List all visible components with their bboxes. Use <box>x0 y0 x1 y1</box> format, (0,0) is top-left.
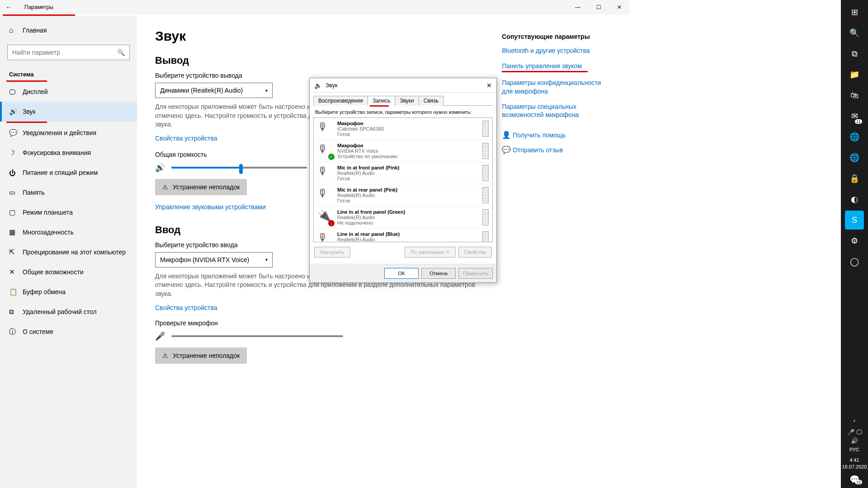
sidebar-item-focus[interactable]: ☽Фокусировка внимания <box>0 143 137 163</box>
cancel-button[interactable]: Отмена <box>421 268 456 279</box>
ok-button[interactable]: ОК <box>384 268 419 279</box>
device-name: Микрофон <box>337 121 480 126</box>
device-list-item[interactable]: 🎙 Mic in at rear panel (Pink) Realtek(R)… <box>314 184 492 206</box>
tab-sounds[interactable]: Звуки <box>395 96 419 106</box>
tab-communications[interactable]: Связь <box>419 96 443 106</box>
device-list-item[interactable]: 🎙 Микрофон iCatchtek SPCA6350 Готов <box>314 118 492 140</box>
taskbar-tray[interactable]: 🎤🖵 <box>847 428 862 436</box>
slider-thumb[interactable] <box>239 164 243 174</box>
sidebar-item-sound[interactable]: 🔊Звук <box>0 102 137 122</box>
input-device-dropdown[interactable]: Микрофон (NVIDIA RTX Voice) ▾ <box>155 252 273 267</box>
dialog-tabs: Воспроизведение Запись Звуки Связь <box>313 95 493 106</box>
device-list-item[interactable]: 🎙 Line in at rear panel (Blue) Realtek(R… <box>314 229 492 242</box>
device-list-item[interactable]: 🔌↓ Line in at front panel (Green) Realte… <box>314 206 492 229</box>
sidebar-item-shared[interactable]: ✕Общие возможности <box>0 262 137 282</box>
taskbar-settings[interactable]: ⚙ <box>845 231 864 250</box>
dialog-footer: ОК Отмена Применить <box>310 264 496 282</box>
taskbar-security[interactable]: 🔒 <box>845 169 864 188</box>
sidebar-item-power[interactable]: ⏻Питание и спящий режим <box>0 163 137 183</box>
troubleshoot-label: Устранение неполадок <box>173 352 240 359</box>
sidebar-item-projecting[interactable]: ⇱Проецирование на этот компьютер <box>0 242 137 262</box>
sidebar-home[interactable]: ⌂ Главная <box>0 20 137 40</box>
get-help-link[interactable]: 👤 Получить помощь <box>502 131 612 139</box>
sidebar-item-notifications[interactable]: 💬Уведомления и действия <box>0 123 137 143</box>
device-list-item[interactable]: 🎙 Mic in at front panel (Pink) Realtek(R… <box>314 162 492 184</box>
taskbar-skype[interactable]: S <box>845 211 864 230</box>
taskbar-store[interactable]: 🛍 <box>845 86 864 105</box>
minimize-button[interactable]: — <box>567 0 588 14</box>
troubleshoot-output-button[interactable]: ⚠ Устранение неполадок <box>155 179 247 195</box>
remote-icon: ⧉ <box>9 308 19 316</box>
device-icon: 🎙 <box>317 121 334 137</box>
configure-button[interactable]: Настроить <box>314 247 350 258</box>
notifications-icon: 💬 <box>9 129 19 137</box>
device-name: Микрофон <box>337 143 480 148</box>
tab-recording[interactable]: Запись <box>368 96 395 106</box>
taskbar-taskview[interactable]: ⧉ <box>845 44 864 63</box>
apply-button[interactable]: Применить <box>458 268 493 279</box>
sidebar-item-display[interactable]: 🖵Дисплей <box>0 82 137 102</box>
recording-device-list[interactable]: 🎙 Микрофон iCatchtek SPCA6350 Готов 🎙✓ М… <box>313 117 493 242</box>
sidebar-item-storage[interactable]: ▭Память <box>0 183 137 202</box>
input-device-value: Микрофон (NVIDIA RTX Voice) <box>160 256 249 263</box>
dialog-button-row: Настроить По умолчанию▼ Свойства <box>313 242 493 259</box>
storage-icon: ▭ <box>9 188 19 197</box>
related-settings-title: Сопутствующие параметры <box>502 33 612 40</box>
sidebar-item-remote[interactable]: ⧉Удаленный рабочий стол <box>0 302 137 322</box>
volume-slider[interactable] <box>171 167 307 169</box>
device-name: Line in at rear panel (Blue) <box>337 231 480 237</box>
taskbar-edge-dev[interactable]: 🌐 <box>845 148 864 167</box>
input-device-properties-link[interactable]: Свойства устройства <box>155 304 502 311</box>
device-name: Mic in at rear panel (Pink) <box>337 187 480 192</box>
taskbar-search[interactable]: 🔍 <box>845 23 864 42</box>
device-text: Микрофон iCatchtek SPCA6350 Готов <box>337 121 480 137</box>
properties-button[interactable]: Свойства <box>458 247 492 258</box>
device-status: Не подключено <box>337 220 480 225</box>
give-feedback-link[interactable]: 💬 Отправить отзыв <box>502 145 612 154</box>
device-level-meter <box>482 165 489 181</box>
close-button[interactable]: ✕ <box>609 0 630 14</box>
troubleshoot-input-button[interactable]: ⚠ Устранение неполадок <box>155 347 247 364</box>
device-driver: Realtek(R) Audio <box>337 215 480 220</box>
set-default-button[interactable]: По умолчанию▼ <box>405 247 455 258</box>
taskbar-steam[interactable]: ◐ <box>845 190 864 209</box>
related-link-mic-accessibility[interactable]: Параметры специальных возможностей микро… <box>502 103 612 119</box>
taskbar-notifications[interactable]: 💬12 <box>845 473 864 486</box>
taskbar-explorer[interactable]: 📁 <box>845 65 864 84</box>
taskbar-clock[interactable]: 4:41 18.07.2020 <box>842 454 867 473</box>
tab-playback[interactable]: Воспроизведение <box>313 96 368 106</box>
device-list-item[interactable]: 🎙✓ Микрофон NVIDIA RTX Voice Устройство … <box>314 140 492 162</box>
sidebar-item-about[interactable]: ⓘО системе <box>0 322 137 342</box>
taskbar-edge[interactable]: 🌐 <box>845 127 864 146</box>
dialog-close-button[interactable]: ✕ <box>486 82 492 89</box>
output-device-dropdown[interactable]: Динамики (Realtek(R) Audio) ▾ <box>155 83 273 98</box>
device-level-meter <box>482 121 489 137</box>
projecting-icon: ⇱ <box>9 248 19 256</box>
related-link-sound-control-panel[interactable]: Панель управления звуком <box>502 62 612 70</box>
dialog-title: Звук <box>326 82 486 89</box>
back-button[interactable]: ← <box>5 4 16 11</box>
start-button[interactable]: ⊞ <box>845 3 864 22</box>
device-text: Mic in at front panel (Pink) Realtek(R) … <box>337 165 480 181</box>
device-text: Line in at rear panel (Blue) Realtek(R) … <box>337 231 480 242</box>
maximize-button[interactable]: ☐ <box>588 0 609 14</box>
device-level-meter <box>482 231 489 242</box>
related-link-mic-privacy[interactable]: Параметры конфиденциальности для микрофо… <box>502 79 612 95</box>
output-heading: Вывод <box>155 55 502 66</box>
taskbar-volume-tray[interactable]: 🔊 <box>851 436 858 445</box>
sidebar-item-tablet[interactable]: ▢Режим планшета <box>0 202 137 222</box>
warning-icon: ⚠ <box>162 183 168 191</box>
search-input[interactable] <box>12 49 117 56</box>
search-box[interactable]: 🔍 <box>7 45 130 60</box>
sidebar-item-label: Буфер обмена <box>23 288 66 296</box>
sidebar-item-multitask[interactable]: ▦Многозадачность <box>0 222 137 242</box>
sidebar-home-label: Главная <box>23 27 47 34</box>
related-link-bluetooth[interactable]: Bluetooth и другие устройства <box>502 47 612 55</box>
about-icon: ⓘ <box>9 328 19 336</box>
taskbar-language[interactable]: РУС <box>849 445 859 454</box>
taskbar-app[interactable]: ◯ <box>845 252 864 271</box>
sidebar-item-clipboard[interactable]: 📋Буфер обмена <box>0 282 137 302</box>
taskbar-expand-tray[interactable]: ‹ <box>845 415 864 426</box>
taskbar-mail[interactable]: ✉11 <box>845 107 864 126</box>
device-text: Mic in at rear panel (Pink) Realtek(R) A… <box>337 187 480 203</box>
